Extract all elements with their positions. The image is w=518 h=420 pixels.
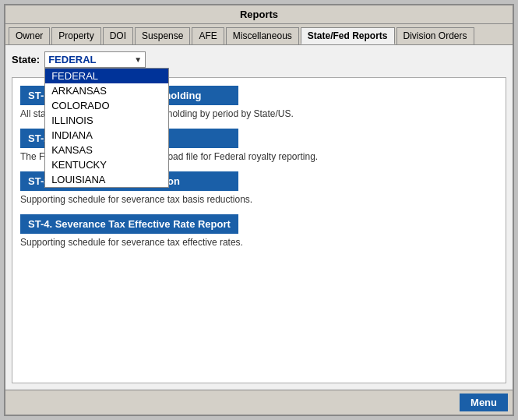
dropdown-option-louisiana[interactable]: LOUISIANA xyxy=(45,172,168,187)
dropdown-option-arkansas[interactable]: ARKANSAS xyxy=(45,83,168,98)
state-selected-value: FEDERAL xyxy=(48,54,96,65)
tab-state-fed-reports[interactable]: State/Fed Reports xyxy=(301,27,395,44)
menu-button[interactable]: Menu xyxy=(460,394,508,411)
dropdown-option-illinois[interactable]: ILLINOIS xyxy=(45,113,168,128)
tab-bar: OwnerPropertyDOISuspenseAFEMiscellaneous… xyxy=(5,24,513,45)
tab-property[interactable]: Property xyxy=(51,27,100,44)
report-description-st3: Supporting schedule for severance tax ba… xyxy=(20,194,498,205)
tab-owner[interactable]: Owner xyxy=(9,27,50,44)
dropdown-option-kentucky[interactable]: KENTUCKY xyxy=(45,157,168,172)
dropdown-scroll-area[interactable]: FEDERALARKANSASCOLORADOILLINOISINDIANAKA… xyxy=(45,69,168,187)
main-window: Reports OwnerPropertyDOISuspenseAFEMisce… xyxy=(4,4,514,416)
report-description-st4: Supporting schedule for severance tax ef… xyxy=(20,237,498,248)
state-selector-row: State: FEDERAL ▼ FEDERALARKANSASCOLORADO… xyxy=(12,51,506,68)
tab-doi[interactable]: DOI xyxy=(103,27,133,44)
dropdown-option-colorado[interactable]: COLORADO xyxy=(45,98,168,113)
dropdown-arrow-icon: ▼ xyxy=(134,55,142,64)
dropdown-option-federal[interactable]: FEDERAL xyxy=(45,69,168,83)
tab-division-orders[interactable]: Division Orders xyxy=(396,27,474,44)
title-bar: Reports xyxy=(5,5,513,24)
tab-afe[interactable]: AFE xyxy=(192,27,224,44)
dropdown-option-kansas[interactable]: KANSAS xyxy=(45,143,168,157)
window-title: Reports xyxy=(240,9,278,20)
state-dropdown: FEDERALARKANSASCOLORADOILLINOISINDIANAKA… xyxy=(44,68,169,188)
tab-suspense[interactable]: Suspense xyxy=(135,27,190,44)
state-label: State: xyxy=(12,54,40,65)
bottom-bar: Menu xyxy=(5,390,513,415)
state-dropdown-trigger[interactable]: FEDERAL ▼ xyxy=(44,51,146,68)
state-select-wrapper: FEDERAL ▼ FEDERALARKANSASCOLORADOILLINOI… xyxy=(44,51,146,68)
dropdown-option-indiana[interactable]: INDIANA xyxy=(45,128,168,143)
tab-miscellaneous[interactable]: Miscellaneous xyxy=(226,27,299,44)
report-button-st4[interactable]: ST-4. Severance Tax Effective Rate Repor… xyxy=(20,214,238,234)
content-area: State: FEDERAL ▼ FEDERALARKANSASCOLORADO… xyxy=(5,45,513,390)
